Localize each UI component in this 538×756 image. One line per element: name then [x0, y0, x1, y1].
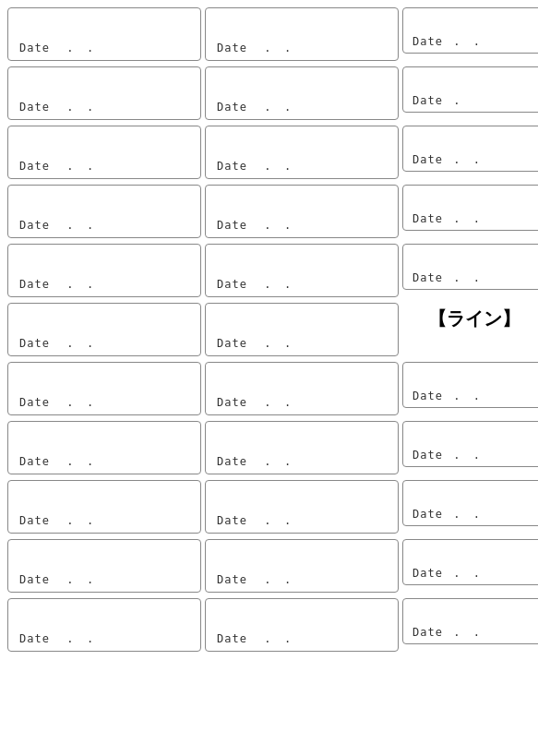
date-label: Date — [412, 271, 443, 284]
dots: . . — [54, 101, 93, 114]
dots: . . — [54, 573, 93, 586]
dots: . . — [447, 271, 480, 284]
date-box-r8c1[interactable]: Date . . — [7, 421, 201, 474]
date-label: Date — [412, 390, 443, 402]
date-box-r8c3[interactable]: Date . . — [402, 421, 538, 467]
dots: . . — [251, 455, 291, 468]
dots: . . — [251, 514, 291, 527]
dots: . . — [251, 573, 291, 586]
col3-r10: Date . . — [402, 539, 538, 585]
dots: . . — [251, 396, 291, 409]
date-box-r5c1[interactable]: Date . . — [7, 244, 201, 297]
date-label: Date — [217, 455, 247, 468]
date-box-r11c3[interactable]: Date . . — [402, 598, 538, 644]
date-label: Date — [19, 42, 50, 54]
dots: . . — [251, 219, 291, 232]
date-box-r7c2[interactable]: Date . . — [205, 362, 399, 415]
dots: . . — [447, 390, 480, 402]
dots: . . — [447, 153, 480, 166]
date-box-r10c3[interactable]: Date . . — [402, 539, 538, 585]
dots: . . — [54, 455, 93, 468]
date-box-r3c2[interactable]: Date . . — [205, 126, 399, 179]
date-box-r10c2[interactable]: Date . . — [205, 539, 399, 593]
date-label: Date — [217, 278, 247, 291]
date-label: Date — [19, 396, 50, 409]
date-label: Date — [19, 573, 50, 586]
date-box-r9c1[interactable]: Date . . — [7, 480, 201, 534]
dots: . . — [54, 278, 93, 291]
date-label: Date — [412, 508, 443, 521]
date-label: Date — [412, 35, 443, 48]
dots: . . — [251, 632, 291, 645]
date-box-r11c1[interactable]: Date . . — [7, 598, 201, 652]
date-label: Date — [217, 514, 247, 527]
col3-r1: Date . . — [402, 7, 538, 54]
main-grid: Date . . Date . . Date . . Date . . Date… — [7, 7, 531, 652]
col3-r6-highlight: 【ライン】 — [402, 303, 538, 335]
dots: . . — [447, 212, 480, 225]
col3-r2: Date . — [402, 66, 538, 113]
dots: . . — [54, 337, 93, 350]
date-label: Date — [19, 101, 50, 114]
date-label: Date — [412, 449, 443, 462]
date-label: Date — [217, 160, 247, 173]
date-box-r1c3[interactable]: Date . . — [402, 7, 538, 54]
date-label: Date — [19, 455, 50, 468]
date-box-r2c3[interactable]: Date . — [402, 66, 538, 113]
dots: . . — [251, 337, 291, 350]
date-box-r5c3[interactable]: Date . . — [402, 244, 538, 290]
date-box-r3c3[interactable]: Date . . — [402, 126, 538, 172]
dots: . . — [54, 514, 93, 527]
dots: . . — [54, 42, 93, 54]
date-box-r2c2[interactable]: Date . . — [205, 66, 399, 120]
col3-r5: Date . . — [402, 244, 538, 290]
dots: . . — [447, 626, 480, 639]
line-label: 【ライン】 — [402, 303, 538, 335]
dots: . . — [447, 508, 480, 521]
date-label: Date — [412, 94, 443, 107]
dots: . — [447, 94, 473, 107]
dots: . . — [54, 396, 93, 409]
date-label: Date — [19, 219, 50, 232]
date-box-r7c1[interactable]: Date . . — [7, 362, 201, 415]
date-box-r4c1[interactable]: Date . . — [7, 185, 201, 238]
col3-r8: Date . . — [402, 421, 538, 467]
dots: . . — [54, 632, 93, 645]
date-label: Date — [217, 101, 247, 114]
date-box-r5c2[interactable]: Date . . — [205, 244, 399, 297]
date-label: Date — [19, 337, 50, 350]
date-box-r9c3[interactable]: Date . . — [402, 480, 538, 526]
dots: . . — [54, 160, 93, 173]
dots: . . — [447, 567, 480, 580]
dots: . . — [251, 101, 291, 114]
date-label: Date — [217, 42, 247, 54]
date-box-r6c2[interactable]: Date . . — [205, 303, 399, 356]
date-label: Date — [217, 632, 247, 645]
date-box-r1c1[interactable]: Date . . — [7, 7, 201, 61]
col3-r7: Date . . — [402, 362, 538, 408]
date-label: Date — [19, 278, 50, 291]
date-box-r11c2[interactable]: Date . . — [205, 598, 399, 652]
date-box-r8c2[interactable]: Date . . — [205, 421, 399, 474]
dots: . . — [54, 219, 93, 232]
date-box-r7c3[interactable]: Date . . — [402, 362, 538, 408]
date-label: Date — [412, 626, 443, 639]
date-box-r6c1[interactable]: Date . . — [7, 303, 201, 356]
date-box-r2c1[interactable]: Date . . — [7, 66, 201, 120]
date-label: Date — [217, 396, 247, 409]
date-box-r10c1[interactable]: Date . . — [7, 539, 201, 593]
dots: . . — [251, 160, 291, 173]
date-box-r4c2[interactable]: Date . . — [205, 185, 399, 238]
date-box-r1c2[interactable]: Date . . — [205, 7, 399, 61]
date-box-r3c1[interactable]: Date . . — [7, 126, 201, 179]
dots: . . — [447, 449, 480, 462]
date-label: Date — [217, 573, 247, 586]
date-label: Date — [217, 337, 247, 350]
date-label: Date — [412, 212, 443, 225]
date-label: Date — [412, 567, 443, 580]
date-box-r9c2[interactable]: Date . . — [205, 480, 399, 534]
dots: . . — [447, 35, 480, 48]
date-box-r4c3[interactable]: Date . . — [402, 185, 538, 231]
dots: . . — [251, 42, 291, 54]
date-label: Date — [412, 153, 443, 166]
